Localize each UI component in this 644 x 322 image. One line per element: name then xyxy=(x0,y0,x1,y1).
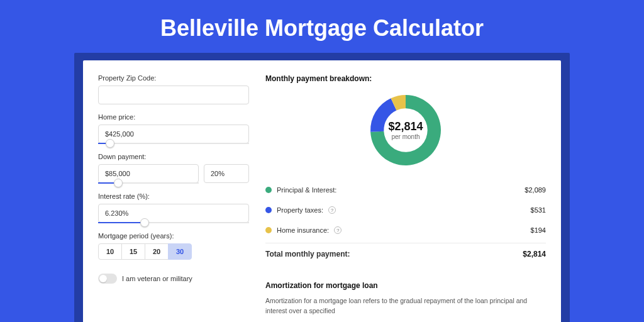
down-payment-slider[interactable] xyxy=(98,182,199,184)
period-option-30[interactable]: 30 xyxy=(168,243,192,260)
donut-total: $2,814 xyxy=(388,120,423,133)
breakdown-value: $531 xyxy=(531,206,546,214)
breakdown-row-home_insurance: Home insurance:?$194 xyxy=(265,220,546,240)
breakdown-value: $2,089 xyxy=(525,186,546,194)
form-column: Property Zip Code: Home price: Down paym… xyxy=(98,74,249,316)
down-payment-slider-thumb[interactable] xyxy=(114,179,123,187)
amortization-title: Amortization for mortgage loan xyxy=(265,281,546,290)
zip-label: Property Zip Code: xyxy=(98,74,249,82)
mortgage-period-label: Mortgage period (years): xyxy=(98,232,249,240)
yellow-dot-icon xyxy=(265,227,272,233)
interest-rate-label: Interest rate (%): xyxy=(98,192,249,200)
breakdown-row-property_taxes: Property taxes:?$531 xyxy=(265,200,546,220)
payment-donut-chart: $2,814 per month xyxy=(367,92,444,169)
breakdown-label: Principal & Interest: xyxy=(277,186,336,194)
breakdown-label: Home insurance: xyxy=(277,226,329,234)
green-dot-icon xyxy=(265,187,272,193)
amortization-text: Amortization for a mortgage loan refers … xyxy=(265,296,546,316)
mortgage-period-group: 10152030 xyxy=(98,243,249,260)
period-option-10[interactable]: 10 xyxy=(98,243,122,260)
home-price-slider-thumb[interactable] xyxy=(106,139,114,148)
veteran-toggle-label: I am veteran or military xyxy=(122,275,192,282)
breakdown-title: Monthly payment breakdown: xyxy=(265,74,546,83)
blue-dot-icon xyxy=(265,207,272,213)
interest-rate-input[interactable] xyxy=(98,204,249,223)
breakdown-row-principal_interest: Principal & Interest:$2,089 xyxy=(265,180,546,200)
donut-subtext: per month xyxy=(391,133,419,140)
calculator-panel: Property Zip Code: Home price: Down paym… xyxy=(83,60,561,322)
home-price-label: Home price: xyxy=(98,113,249,121)
period-option-15[interactable]: 15 xyxy=(121,243,145,260)
panel-back: Property Zip Code: Home price: Down paym… xyxy=(74,53,570,322)
info-icon[interactable]: ? xyxy=(334,226,341,234)
breakdown-value: $194 xyxy=(531,226,546,234)
breakdown-total-value: $2,814 xyxy=(523,250,546,258)
info-icon[interactable]: ? xyxy=(328,206,336,214)
interest-rate-slider[interactable] xyxy=(98,222,249,223)
breakdown-row-total: Total monthly payment:$2,814 xyxy=(265,243,546,265)
interest-rate-slider-thumb[interactable] xyxy=(140,218,149,227)
down-payment-label: Down payment: xyxy=(98,153,249,160)
down-payment-percent-input[interactable] xyxy=(204,164,249,183)
veteran-toggle[interactable] xyxy=(98,274,117,284)
breakdown-column: Monthly payment breakdown: $2,814 per mo… xyxy=(249,74,546,316)
home-price-input[interactable] xyxy=(98,125,249,143)
amortization-section: Amortization for mortgage loan Amortizat… xyxy=(265,281,546,316)
period-option-20[interactable]: 20 xyxy=(145,243,169,260)
breakdown-total-label: Total monthly payment: xyxy=(265,250,350,258)
home-price-slider[interactable] xyxy=(98,143,249,144)
down-payment-amount-input[interactable] xyxy=(98,164,199,183)
page-title: Belleville Mortgage Calculator xyxy=(0,0,644,53)
breakdown-label: Property taxes: xyxy=(277,206,323,214)
zip-input[interactable] xyxy=(98,86,249,104)
